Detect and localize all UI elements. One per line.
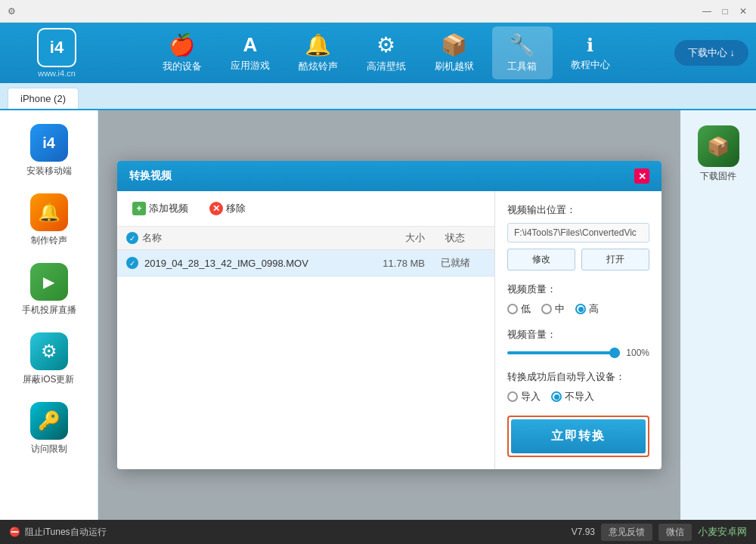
download-center-button[interactable]: 下载中心 ↓ xyxy=(674,40,748,66)
add-video-button[interactable]: + 添加视频 xyxy=(126,199,194,218)
screen-live-icon: ▶ xyxy=(30,263,68,301)
remove-video-label: 移除 xyxy=(226,202,246,215)
quality-high-option[interactable]: 高 xyxy=(575,302,599,316)
volume-slider-track[interactable] xyxy=(507,351,620,354)
video-quality-group: 视频质量： 低 中 xyxy=(507,283,649,316)
ios-update-icon: ⚙ xyxy=(30,332,68,370)
convert-now-button[interactable]: 立即转换 xyxy=(511,419,646,453)
import-yes-option[interactable]: 导入 xyxy=(507,390,541,403)
quality-mid-option[interactable]: 中 xyxy=(541,302,565,316)
sidebar-item-ringtone[interactable]: 🔔 制作铃声 xyxy=(8,187,91,253)
convert-button-wrapper: 立即转换 xyxy=(507,416,649,457)
apps-icon: A xyxy=(243,33,258,57)
nav-item-wallpaper-label: 高清壁纸 xyxy=(367,60,406,73)
tutorials-icon: ℹ xyxy=(587,35,593,56)
nav-item-my-device[interactable]: 🍎 我的设备 xyxy=(152,26,212,79)
import-no-label: 不导入 xyxy=(565,390,594,403)
volume-slider-fill xyxy=(507,351,620,354)
sidebar-item-install-app-label: 安装移动端 xyxy=(26,165,72,178)
download-firmware-label: 下载固件 xyxy=(700,170,736,183)
output-path-label: 视频输出位置： xyxy=(507,203,649,217)
sidebar-item-access-limit-label: 访问限制 xyxy=(31,443,67,456)
toolbox-icon: 🔧 xyxy=(509,32,535,57)
remove-icon: ✕ xyxy=(209,202,223,215)
status-right: V7.93 意见反馈 微信 小麦安卓网 xyxy=(572,524,747,541)
nav-item-my-device-label: 我的设备 xyxy=(163,60,202,73)
sidebar-item-ios-update[interactable]: ⚙ 屏蔽iOS更新 xyxy=(8,326,91,392)
nav-item-apps[interactable]: A 应用游戏 xyxy=(220,26,280,79)
sidebar-item-install-app[interactable]: i4 安装移动端 xyxy=(8,118,91,184)
modal-close-button[interactable]: ✕ xyxy=(634,168,649,184)
stop-itunes-label[interactable]: 阻止iTunes自动运行 xyxy=(25,526,107,539)
add-icon: + xyxy=(132,202,146,215)
row-check-icon: ✓ xyxy=(126,257,138,269)
convert-video-modal: 转换视频 ✕ + 添加视频 ✕ xyxy=(117,161,662,469)
volume-row: 100% xyxy=(507,348,649,358)
volume-slider-thumb[interactable] xyxy=(609,348,620,358)
auto-import-group: 转换成功后自动导入设备： 导入 不导入 xyxy=(507,370,649,403)
import-no-dot xyxy=(554,394,559,400)
header-check-icon: ✓ xyxy=(126,232,138,244)
nav-item-jailbreak[interactable]: 📦 刷机越狱 xyxy=(424,26,485,79)
install-app-icon: i4 xyxy=(30,124,68,162)
sidebar-item-access-limit[interactable]: 🔑 访问限制 xyxy=(8,396,91,462)
title-bar: ⚙ — □ ✕ xyxy=(0,0,756,23)
nav-item-tutorials[interactable]: ℹ 教程中心 xyxy=(560,26,621,79)
radio-selected-dot xyxy=(578,307,584,312)
settings-icon[interactable]: ⚙ xyxy=(3,3,20,20)
sidebar: i4 安装移动端 🔔 制作铃声 ▶ 手机投屏直播 ⚙ 屏蔽iOS更新 🔑 访问限… xyxy=(0,110,98,520)
import-no-radio xyxy=(551,391,562,402)
nav-item-ringtones-label: 酷炫铃声 xyxy=(299,60,338,73)
nav-item-toolbox[interactable]: 🔧 工具箱 xyxy=(492,26,553,79)
feedback-button[interactable]: 意见反馈 xyxy=(601,524,652,541)
minimize-button[interactable]: — xyxy=(699,3,715,20)
nav-item-apps-label: 应用游戏 xyxy=(231,59,270,73)
wallpaper-icon: ⚙ xyxy=(376,32,395,57)
remove-video-button[interactable]: ✕ 移除 xyxy=(203,199,252,218)
right-icons-panel: 📦 下载固件 xyxy=(680,110,756,520)
brand-label: 小麦安卓网 xyxy=(698,525,747,539)
column-size-header: 大小 xyxy=(364,231,425,245)
sidebar-item-ringtone-label: 制作铃声 xyxy=(31,234,67,247)
nav-item-wallpaper[interactable]: ⚙ 高清壁纸 xyxy=(356,26,417,79)
ringtone-icon: 🔔 xyxy=(30,193,68,231)
sidebar-item-download-firmware[interactable]: 📦 下载固件 xyxy=(698,125,739,183)
open-path-button[interactable]: 打开 xyxy=(581,249,649,270)
wechat-button[interactable]: 微信 xyxy=(658,524,692,541)
sidebar-item-screen-live[interactable]: ▶ 手机投屏直播 xyxy=(8,257,91,323)
quality-radio-group: 低 中 高 xyxy=(507,302,649,316)
device-tab-bar: iPhone (2) xyxy=(0,83,756,110)
import-yes-label: 导入 xyxy=(521,390,541,403)
quality-low-option[interactable]: 低 xyxy=(507,302,531,316)
quality-high-label: 高 xyxy=(589,302,599,316)
device-tab-iphone[interactable]: iPhone (2) xyxy=(8,88,79,109)
file-name: 2019_04_28_13_42_IMG_0998.MOV xyxy=(144,258,308,269)
quality-low-label: 低 xyxy=(521,302,531,316)
maximize-button[interactable]: □ xyxy=(717,3,733,20)
logo-area: i4 www.i4.cn xyxy=(8,28,106,78)
modal-overlay: 转换视频 ✕ + 添加视频 ✕ xyxy=(98,110,680,520)
modal-right-panel: 视频输出位置： F:\i4Tools7\Files\ConvertedVic 修… xyxy=(495,191,662,469)
nav-items: 🍎 我的设备 A 应用游戏 🔔 酷炫铃声 ⚙ 高清壁纸 📦 刷机越狱 🔧 工具箱 xyxy=(106,26,667,79)
import-no-option[interactable]: 不导入 xyxy=(551,390,594,403)
volume-group: 视频音量： 100% xyxy=(507,328,649,358)
nav-item-tutorials-label: 教程中心 xyxy=(571,58,610,72)
modal-toolbar: + 添加视频 ✕ 移除 xyxy=(117,191,494,227)
main-area: i4 安装移动端 🔔 制作铃声 ▶ 手机投屏直播 ⚙ 屏蔽iOS更新 🔑 访问限… xyxy=(0,110,756,520)
top-nav: i4 www.i4.cn 🍎 我的设备 A 应用游戏 🔔 酷炫铃声 ⚙ 高清壁纸… xyxy=(0,23,756,83)
status-left: ⛔ 阻止iTunes自动运行 xyxy=(9,526,564,539)
modal-header: 转换视频 ✕ xyxy=(117,161,662,191)
my-device-icon: 🍎 xyxy=(169,32,195,57)
file-row-name: ✓ 2019_04_28_13_42_IMG_0998.MOV xyxy=(126,257,364,269)
close-window-button[interactable]: ✕ xyxy=(735,3,751,20)
video-quality-label: 视频质量： xyxy=(507,283,649,296)
modify-path-button[interactable]: 修改 xyxy=(507,249,575,270)
output-path-value: F:\i4Tools7\Files\ConvertedVic xyxy=(507,223,649,243)
table-row[interactable]: ✓ 2019_04_28_13_42_IMG_0998.MOV 11.78 MB… xyxy=(117,250,494,277)
column-status-header: 状态 xyxy=(425,231,485,245)
version-label: V7.93 xyxy=(572,527,595,537)
nav-item-jailbreak-label: 刷机越狱 xyxy=(435,60,474,73)
column-name-header: ✓ 名称 xyxy=(126,231,364,245)
file-status: 已就绪 xyxy=(425,256,485,270)
nav-item-ringtones[interactable]: 🔔 酷炫铃声 xyxy=(288,26,349,79)
